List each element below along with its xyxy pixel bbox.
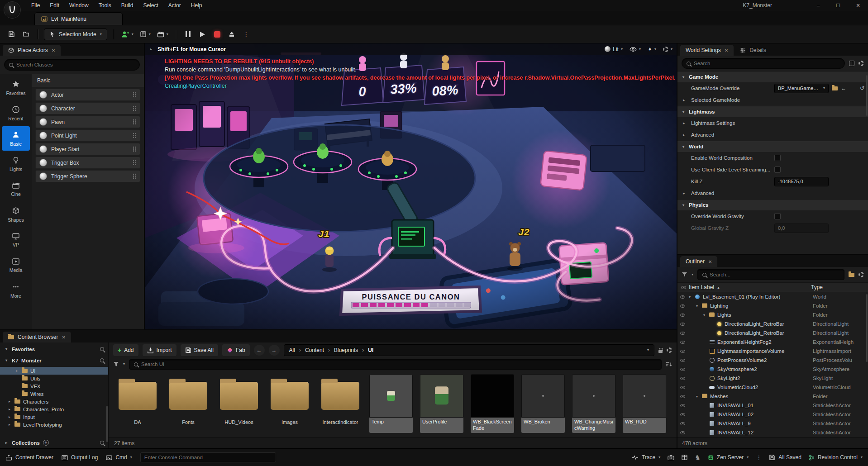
search-classes-input[interactable] <box>16 62 135 67</box>
category-basic[interactable]: Basic <box>2 126 30 151</box>
add-button[interactable]: + Add <box>113 344 138 356</box>
visibility-eye-icon[interactable] <box>680 386 685 389</box>
content-item[interactable]: WB_ChangeMusicWarning <box>570 374 617 433</box>
content-tree-folder[interactable]: LevelPrototyping <box>0 421 108 428</box>
close-icon[interactable]: ✕ <box>708 259 712 264</box>
section-world[interactable]: World <box>677 141 868 152</box>
expand-caret[interactable]: ▸ <box>683 133 688 137</box>
search-icon[interactable] <box>100 347 104 351</box>
place-actor-item[interactable]: Trigger Box <box>35 157 140 169</box>
lock-icon[interactable] <box>658 350 663 353</box>
trace-dropdown[interactable]: Trace ▾ <box>632 454 660 461</box>
outliner-row[interactable]: DirectionalLight_RetroBar DirectionalLig… <box>677 328 868 338</box>
cinematics-dropdown-button[interactable]: ▾ <box>155 28 170 41</box>
scrollbar[interactable] <box>866 75 868 116</box>
all-saved-status[interactable]: All Saved <box>769 454 801 461</box>
kill-z-input[interactable]: -1048575,0 <box>774 177 829 186</box>
expand-caret[interactable] <box>7 407 12 411</box>
expand-caret[interactable] <box>695 304 699 308</box>
content-item[interactable]: HUD_Videos <box>215 374 262 426</box>
close-icon[interactable]: ✕ <box>52 48 55 53</box>
visibility-eye-icon[interactable] <box>680 332 685 335</box>
expand-caret[interactable] <box>695 395 699 399</box>
outliner-row[interactable]: SkyAtmosphere2 SkyAtmosphere <box>677 365 868 374</box>
menu-item[interactable]: Actor <box>163 0 186 11</box>
search-box[interactable] <box>697 269 844 280</box>
view-mode-dropdown[interactable]: Lit ▾ <box>605 46 623 52</box>
expand-caret[interactable] <box>7 399 12 404</box>
content-drawer-button[interactable]: Content Drawer <box>5 454 53 461</box>
breadcrumb-item[interactable]: UI <box>358 347 373 353</box>
minimize-button[interactable]: – <box>808 0 828 11</box>
maximize-button[interactable]: ☐ <box>828 0 848 11</box>
gamemode-override-dropdown[interactable]: BP_MenuGameMode ▾ <box>774 84 829 93</box>
console-command-box[interactable] <box>140 452 276 462</box>
column-type[interactable]: Type <box>811 284 864 290</box>
editor-mode-dropdown[interactable]: Selection Mode ▾ <box>44 29 107 40</box>
outliner-row[interactable]: INVISWALL_01 StaticMeshActor <box>677 401 868 410</box>
category-recent[interactable]: Recent <box>2 101 30 125</box>
outliner-row[interactable]: INVISWALL_12 StaticMeshActor <box>677 428 868 437</box>
content-tree-folder[interactable]: Wires <box>0 390 108 398</box>
eject-button[interactable] <box>226 28 238 41</box>
visibility-eye-icon[interactable] <box>680 359 685 362</box>
unreal-engine-logo[interactable] <box>4 1 21 19</box>
stop-button[interactable] <box>211 28 223 41</box>
outliner-row[interactable]: Meshes Folder <box>677 392 868 401</box>
console-mode-dropdown[interactable]: Cmd ▾ <box>106 454 132 461</box>
collections-header[interactable]: Collections + <box>0 437 108 448</box>
search-icon[interactable] <box>100 441 104 445</box>
expand-caret[interactable]: ▸ <box>683 98 688 102</box>
scrollbar[interactable] <box>106 406 108 442</box>
outliner-column-header[interactable]: Item Label ▲ Type <box>677 282 868 292</box>
outliner-row[interactable]: LightmassImportanceVolume LightmassImpor… <box>677 347 868 356</box>
tab-place-actors[interactable]: Place Actors ✕ <box>3 45 61 56</box>
column-item-label[interactable]: Item Label <box>689 284 714 290</box>
row-world-advanced[interactable]: ▸ Advanced <box>677 187 868 199</box>
import-button[interactable]: Import <box>143 344 176 356</box>
outliner-search-input[interactable] <box>710 272 839 277</box>
reset-to-default-icon[interactable]: ↺ <box>860 85 864 91</box>
expand-caret[interactable] <box>14 369 19 373</box>
favorites-header[interactable]: Favorites <box>0 343 108 355</box>
breadcrumb-item[interactable]: All <box>289 347 295 353</box>
visibility-eye-icon[interactable] <box>680 395 685 398</box>
gear-icon[interactable] <box>667 347 672 353</box>
search-box[interactable] <box>129 359 662 370</box>
content-item[interactable]: InteractIndicator <box>317 374 364 426</box>
menu-item[interactable]: Select <box>138 0 163 11</box>
project-header[interactable]: K7_Monster <box>0 355 108 366</box>
visibility-eye-icon[interactable] <box>680 431 685 434</box>
output-log-button[interactable]: Output Log <box>62 454 98 461</box>
content-tree-folder[interactable]: VFX <box>0 382 108 390</box>
content-search-input[interactable] <box>141 361 657 367</box>
resume-button[interactable] <box>197 28 209 41</box>
zen-server-dropdown[interactable]: Zen Server ▾ <box>708 454 749 461</box>
console-command-input[interactable] <box>144 455 272 460</box>
filter-icon[interactable] <box>113 361 119 367</box>
quick-add-actor-button[interactable]: ▾ <box>119 28 135 41</box>
content-item[interactable]: WB_Broken <box>520 374 567 433</box>
content-tree-folder[interactable]: UI <box>0 367 108 375</box>
scrollbar[interactable] <box>866 294 868 362</box>
outliner-row[interactable]: ExponentialHeightFog2 ExponentialHeigh <box>677 338 868 347</box>
menu-item[interactable]: File <box>26 0 45 11</box>
tab-world-settings[interactable]: World Settings ✕ <box>680 45 734 56</box>
visibility-eye-icon[interactable] <box>680 422 685 425</box>
chess-insights-button[interactable]: ♞ <box>695 454 701 461</box>
visibility-eye-icon[interactable] <box>680 377 685 380</box>
outliner-row[interactable]: PostProcessVolume2 PostProcessVolu <box>677 356 868 365</box>
new-folder-icon[interactable] <box>849 273 854 277</box>
menu-item[interactable]: Help <box>186 0 207 11</box>
world-composition-checkbox[interactable] <box>774 155 781 161</box>
row-lightmass-settings[interactable]: ▸ Lightmass Settings <box>677 117 868 129</box>
close-icon[interactable]: ✕ <box>725 48 728 53</box>
menu-item[interactable]: Edit <box>45 0 64 11</box>
place-actor-item[interactable]: Point Light <box>35 129 140 142</box>
outliner-row[interactable]: Lights Folder <box>677 310 868 319</box>
revision-control-dropdown[interactable]: Revision Control ▾ <box>809 454 863 461</box>
row-lightmass-advanced[interactable]: ▸ Advanced <box>677 129 868 141</box>
visibility-eye-icon[interactable] <box>680 341 685 344</box>
tab-details[interactable]: Details <box>734 45 772 56</box>
fab-button[interactable]: Fab <box>222 344 250 356</box>
